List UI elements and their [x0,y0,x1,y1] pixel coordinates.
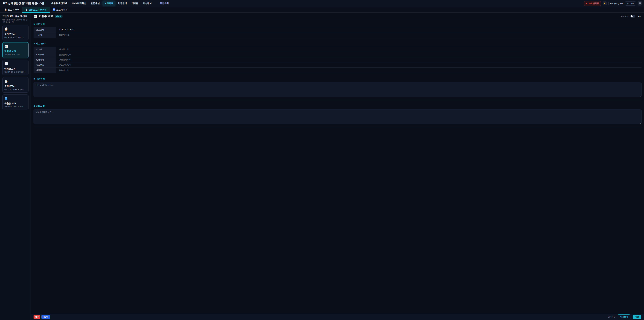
template-card-desc: 확산예측 결과 및 민감자원 분석 [4,71,26,73]
status-badge: 작성중 [55,15,62,18]
report-footer-bar: PDF HWPX 임시저장 미리보기 저장 [31,314,644,320]
incident-summary-table: 사고명 발생일시 발생위치 유출유종 [34,47,642,73]
toggle-knob [630,15,632,17]
nav-item-board[interactable]: 게시판 [130,1,140,6]
bell-icon [604,2,606,5]
report-title: 지휘부 보고 [39,15,53,18]
sidebar-subtitle: 템플릿을 선택하면 오른쪽에 작성 양식이 표시됩니다. [2,19,28,23]
section-heading: 1. 기본정보 [34,23,642,26]
form-row: 사고명 [34,47,642,52]
report-datetime-input[interactable] [56,27,642,32]
line-chart-icon [4,62,8,66]
memo-pencil-icon [25,9,28,11]
bar-chart-icon [4,45,8,48]
app-title: 해양환경 위기대응 통합시스템 [11,2,44,5]
save-button[interactable]: 저장 [632,315,641,319]
nav-item-reports[interactable]: 보고자료 [102,1,116,6]
response-status-textarea[interactable] [34,82,642,97]
field-label-incident-name: 사고명 [34,47,56,52]
autosave-control: 자동저장: OFF [621,15,641,18]
report-tab-bar: 보고서 목록 표준보고서 템플릿 보고서 생성 [0,7,644,13]
section-basic-info: 1. 기본정보 보고일시 작성자 [34,23,642,38]
template-card-title: 유출유 보고 [4,102,26,105]
incident-status-dot [586,3,587,4]
report-header: 지휘부 보고 작성중 자동저장: OFF [31,13,644,20]
section-heading: 2. 사고 요약 [34,42,642,45]
occurrence-location-input[interactable] [56,57,642,62]
hamburger-menu-button[interactable] [638,1,642,6]
app-logo: Wing 해양환경 위기대응 통합시스템 [2,2,44,5]
form-row: 발생위치 [34,57,642,62]
template-card-prediction-report[interactable]: 예측보고서 확산예측 결과 및 민감자원 분석 [2,60,28,75]
nav-item-aerial-search[interactable]: 항공탐색 [116,1,129,6]
section-incident-summary: 2. 사고 요약 사고명 발생일시 발생위치 유출유종 [34,42,642,73]
template-sidebar: 표준보고서 템플릿 선택 템플릿을 선택하면 오른쪽에 작성 양식이 표시됩니다… [0,13,31,320]
clipboard-icon [4,27,8,31]
bar-chart-icon [34,15,37,18]
form-row: 발생일시 [34,52,642,57]
incident-status-label: 사고 진행중 [588,2,599,5]
top-navigation-bar: Wing 해양환경 위기대응 통합시스템 유출유 확산예측 HNS·대기확산 긴… [0,0,644,7]
notification-bell-button[interactable] [603,1,607,5]
oil-type-input[interactable] [56,62,642,68]
form-row: 유출유종 [34,62,642,68]
template-card-comprehensive-report[interactable]: 종합보고서 전체 사고 대응 종합 보고 문서 [2,77,28,93]
template-card-title: 지휘부 보고 [4,50,26,53]
author-input[interactable] [56,32,642,38]
report-editor-panel: 지휘부 보고 작성중 자동저장: OFF 1. 기본정보 보고일시 [31,13,644,320]
export-pdf-button[interactable]: PDF [34,315,40,319]
nav-right-controls: 사고 진행중 Eunjeong Kim 로그아웃 [584,1,642,6]
refresh-icon [53,9,55,11]
tab-label: 보고서 생성 [56,8,68,11]
nav-item-hns-air-diffusion[interactable]: HNS·대기확산 [70,1,88,6]
section-suggestions: 4. 건의사항 [34,105,642,127]
sidebar-title: 표준보고서 템플릿 선택 [2,15,28,18]
field-label-oil-type: 유출유종 [34,62,56,68]
template-card-title: 초기보고서 [4,33,26,36]
tab-report-generation[interactable]: 보고서 생성 [50,7,70,13]
oil-drum-icon [4,97,8,100]
form-row: 보고일시 [34,27,642,32]
template-card-initial-report[interactable]: 초기보고서 사고 발생 직후 초기 상황 보고 [2,25,28,41]
template-card-title: 종합보고서 [4,85,26,88]
memo-pencil-icon [4,79,8,83]
nav-item-integrated-search[interactable]: 통합조회 [158,1,171,6]
nav-separator [156,1,156,5]
template-card-command-report[interactable]: 지휘부 보고 지휘부 보고용 요약 문서 [2,42,28,58]
nav-divider [46,2,47,5]
autosave-state: OFF [637,15,641,17]
nav-item-weather-info[interactable]: 기상정보 [141,1,154,6]
field-label-occurrence-datetime: 발생일시 [34,52,56,57]
autosave-label: 자동저장: [621,15,629,18]
autosave-toggle[interactable] [630,15,635,18]
incident-in-progress-badge[interactable]: 사고 진행중 [584,1,601,6]
main-menu: 유출유 확산예측 HNS·대기확산 긴급구난 보고자료 항공탐색 게시판 기상정… [49,1,171,6]
hamburger-icon [639,3,641,3]
template-card-oil-spill-report[interactable]: 유출유 보고 유류오염사고 대응지원 상황도 [2,95,28,110]
field-label-spill-amount: 유출량 [34,68,56,73]
nav-item-emergency-rescue[interactable]: 긴급구난 [89,1,102,6]
form-row: 유출량 [34,68,642,73]
section-heading: 4. 건의사항 [34,105,642,108]
suggestions-textarea[interactable] [34,109,642,124]
field-label-author: 작성자 [34,32,56,38]
template-card-desc: 전체 사고 대응 종합 보고 문서 [4,89,26,91]
spill-amount-input[interactable] [56,68,642,73]
occurrence-datetime-input[interactable] [56,52,642,57]
nav-item-oil-spill-prediction[interactable]: 유출유 확산예측 [49,1,69,6]
template-card-desc: 사고 발생 직후 초기 상황 보고 [4,37,26,39]
logo-wing-mark: Wing [2,2,10,5]
report-form-content: 1. 기본정보 보고일시 작성자 2. 사고 요약 [31,20,644,314]
incident-name-input[interactable] [56,47,642,52]
tab-report-list[interactable]: 보고서 목록 [1,7,22,13]
preview-button[interactable]: 미리보기 [618,314,630,319]
logout-button[interactable]: 로그아웃 [625,1,636,6]
basic-info-table: 보고일시 작성자 [34,27,642,38]
user-name: Eunjeong Kim [610,2,624,5]
temp-save-button[interactable]: 임시저장 [608,316,615,318]
section-heading: 3. 대응현황 [34,77,642,80]
field-label-occurrence-location: 발생위치 [34,57,56,62]
template-card-desc: 유류오염사고 대응지원 상황도 [4,106,26,108]
tab-standard-report-template[interactable]: 표준보고서 템플릿 [22,7,50,13]
export-hwpx-button[interactable]: HWPX [42,315,50,319]
